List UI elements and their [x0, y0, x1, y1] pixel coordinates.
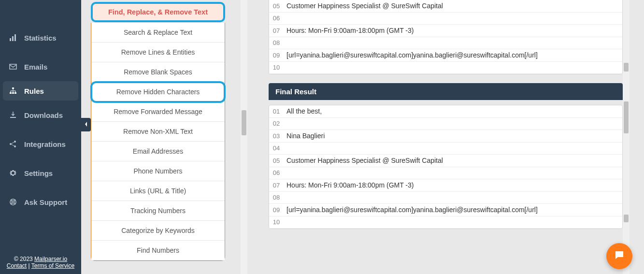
result-line: 08	[269, 192, 622, 204]
gear-icon	[9, 169, 17, 177]
rule-option[interactable]: Remove Lines & Entities	[91, 43, 225, 62]
result-line: 06	[269, 13, 622, 25]
final-result-lines: 01All the best,0203Nina Baglieri0405Cust…	[269, 105, 622, 229]
sidebar-nav: Statistics Emails Rules Downloads Integr…	[0, 0, 81, 252]
line-text: [url=yanina.baglieri@sureswiftcapital.co…	[284, 50, 622, 60]
rule-option[interactable]: Remove Hidden Characters	[91, 82, 225, 102]
help-chat-button[interactable]	[606, 243, 632, 269]
sidebar-item-emails[interactable]: Emails	[0, 52, 81, 81]
sidebar-item-downloads[interactable]: Downloads	[0, 101, 81, 130]
result-line: 08	[269, 37, 622, 50]
line-number: 01	[269, 106, 284, 116]
bar-chart-icon	[9, 34, 17, 42]
rule-option[interactable]: Categorize by Keywords	[91, 221, 225, 241]
sidebar-item-label: Emails	[24, 63, 47, 71]
result-line: 09[url=yanina.baglieri@sureswiftcapital.…	[269, 204, 622, 216]
final-result-header: Final Result	[269, 83, 623, 100]
sidebar-item-rules[interactable]: Rules	[3, 81, 78, 101]
contact-link[interactable]: Contact	[7, 262, 27, 269]
rule-option[interactable]: Remove Forwarded Message	[91, 102, 225, 122]
initial-result-box: 05Customer Happiness Specialist @ SureSw…	[269, 0, 623, 74]
line-text	[284, 17, 622, 20]
sidebar-item-integrations[interactable]: Integrations	[0, 130, 81, 159]
result-line: 01All the best,	[269, 105, 622, 118]
sidebar-item-label: Ask Support	[24, 198, 67, 206]
initial-result-lines: 05Customer Happiness Specialist @ SureSw…	[269, 0, 622, 74]
result-line: 04	[269, 143, 622, 155]
rule-options-list: Search & Replace TextRemove Lines & Enti…	[91, 23, 225, 261]
sidebar-item-statistics[interactable]: Statistics	[0, 23, 81, 52]
line-number: 02	[269, 118, 284, 129]
sidebar-item-label: Rules	[24, 87, 44, 95]
sidebar-item-label: Downloads	[24, 111, 63, 119]
line-number: 09	[269, 205, 284, 215]
line-number: 04	[269, 143, 284, 153]
line-text	[284, 196, 622, 199]
line-number: 08	[269, 192, 284, 202]
rule-option[interactable]: Remove Non-XML Text	[91, 122, 225, 142]
line-text	[284, 221, 622, 224]
svg-point-13	[12, 201, 14, 203]
line-number: 06	[269, 13, 284, 23]
sitemap-icon	[9, 87, 17, 95]
result-line: 05Customer Happiness Specialist @ SureSw…	[269, 0, 622, 13]
line-number: 09	[269, 50, 284, 60]
right-scrollbar-thumb[interactable]	[624, 215, 629, 222]
line-text: Hours: Mon-Fri 9:00am-18:00pm (GMT -3)	[284, 180, 622, 190]
tos-link[interactable]: Terms of Service	[31, 262, 74, 269]
line-text: [url=yanina.baglieri@sureswiftcapital.co…	[284, 204, 622, 215]
result-line: 07Hours: Mon-Fri 9:00am-18:00pm (GMT -3)	[269, 179, 622, 192]
line-number: 10	[269, 62, 284, 72]
svg-rect-3	[10, 64, 16, 69]
sidebar-item-label: Settings	[24, 169, 53, 177]
line-text: All the best,	[284, 106, 622, 116]
middle-scrollbar[interactable]	[241, 0, 247, 274]
svg-rect-1	[12, 36, 14, 41]
result-line: 07Hours: Mon-Fri 9:00am-18:00pm (GMT -3)	[269, 25, 622, 37]
right-scrollbar-thumb[interactable]	[624, 63, 629, 72]
life-ring-icon	[9, 198, 17, 206]
sidebar-footer: © 2023 Mailparser.io Contact | Terms of …	[0, 252, 81, 274]
line-text: Customer Happiness Specialist @ SureSwif…	[284, 155, 622, 166]
right-scrollbar-thumb[interactable]	[624, 101, 629, 133]
rule-option[interactable]: Links (URL & Title)	[91, 181, 225, 201]
line-text	[284, 147, 622, 150]
line-text: Nina Baglieri	[284, 130, 622, 141]
download-icon	[9, 111, 17, 119]
rule-option[interactable]: Find Numbers	[91, 241, 225, 260]
rule-option[interactable]: Remove Blank Spaces	[91, 62, 225, 82]
rule-option[interactable]: Phone Numbers	[91, 161, 225, 181]
sidebar-item-settings[interactable]: Settings	[0, 159, 81, 187]
sidebar-item-ask-support[interactable]: Ask Support	[0, 187, 81, 216]
line-number: 10	[269, 217, 284, 227]
brand-link[interactable]: Mailparser.io	[34, 256, 67, 262]
result-line: 06	[269, 167, 622, 180]
rule-option[interactable]: Search & Replace Text	[91, 23, 225, 43]
line-text	[284, 66, 622, 69]
sidebar-item-label: Statistics	[24, 34, 57, 42]
svg-rect-6	[12, 92, 14, 94]
line-text	[284, 42, 622, 44]
svg-rect-2	[14, 34, 16, 41]
line-text	[284, 172, 622, 174]
line-number: 07	[269, 26, 284, 36]
result-line: 10	[269, 216, 622, 229]
chevron-left-icon	[84, 120, 88, 129]
right-scrollbar[interactable]	[623, 0, 630, 274]
line-number: 05	[269, 156, 284, 166]
rule-category-header[interactable]: Find, Replace, & Remove Text	[91, 2, 225, 22]
line-text	[284, 122, 622, 125]
result-line: 09[url=yanina.baglieri@sureswiftcapital.…	[269, 49, 622, 62]
middle-scrollbar-thumb[interactable]	[242, 110, 246, 135]
rule-option[interactable]: Email Addresses	[91, 142, 225, 161]
line-number: 06	[269, 168, 284, 178]
share-icon	[9, 140, 17, 148]
rule-options-panel: Find, Replace, & Remove Text Search & Re…	[81, 0, 247, 274]
mail-icon	[9, 63, 17, 71]
svg-rect-0	[10, 38, 11, 41]
sidebar-collapse-toggle[interactable]	[81, 118, 91, 131]
svg-rect-4	[12, 87, 14, 89]
line-number: 08	[269, 38, 284, 48]
svg-rect-5	[10, 92, 12, 94]
rule-option[interactable]: Tracking Numbers	[91, 201, 225, 221]
